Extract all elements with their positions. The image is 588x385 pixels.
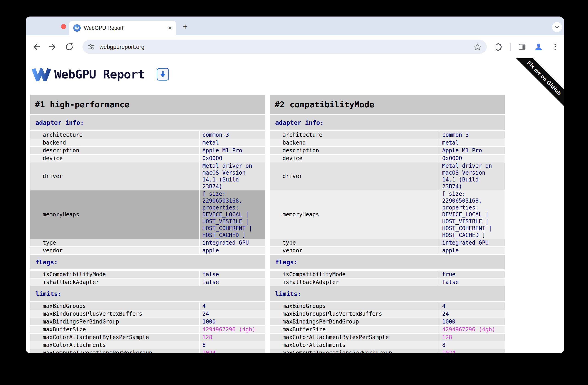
table-row: maxColorAttachmentBytesPerSample128 xyxy=(30,334,265,341)
row-key: architecture xyxy=(30,131,199,139)
row-value: 1000 xyxy=(200,318,265,325)
row-value: 4 xyxy=(439,302,505,310)
row-value: 1024 xyxy=(439,349,505,353)
table-row: architecturecommon-3 xyxy=(30,131,265,139)
row-value: 128 xyxy=(439,334,505,341)
row-key: maxBufferSize xyxy=(270,326,439,333)
table-row: device0x0000 xyxy=(30,155,265,162)
table-row: maxBindGroups4 xyxy=(270,302,505,310)
desktop-background: WebGPU Report × + xyxy=(0,0,588,385)
tab-list-chevron-button[interactable] xyxy=(552,22,562,32)
side-panel-icon xyxy=(517,42,527,52)
row-key: maxBindingsPerBindGroup xyxy=(270,318,439,325)
row-key: description xyxy=(270,147,439,154)
browser-toolbar: webgpureport.org xyxy=(26,35,564,58)
column-title: #1 high-performance xyxy=(30,95,265,114)
forward-arrow-icon xyxy=(48,42,58,52)
row-value: metal xyxy=(439,139,505,146)
table-row: driverMetal driver on macOS Version 14.1… xyxy=(30,162,265,190)
table-row: memoryHeaps[ size: 22906503168, properti… xyxy=(30,191,265,239)
row-key: backend xyxy=(270,139,439,146)
row-key: memoryHeaps xyxy=(270,191,439,239)
section-rows: architecturecommon-3backendmetaldescript… xyxy=(30,131,265,254)
row-value: Metal driver on macOS Version 14.1 (Buil… xyxy=(439,162,505,190)
row-key: maxBindingsPerBindGroup xyxy=(30,318,199,325)
row-key: maxBindGroupsPlusVertexBuffers xyxy=(270,310,439,318)
table-row: maxBindGroups4 xyxy=(30,302,265,310)
extensions-button[interactable] xyxy=(491,40,504,53)
row-key: maxBindGroups xyxy=(30,302,199,310)
bookmark-star-icon[interactable] xyxy=(473,43,482,51)
forward-button[interactable] xyxy=(46,40,59,53)
browser-tab[interactable]: WebGPU Report × xyxy=(69,21,176,35)
close-window-button[interactable] xyxy=(61,24,66,29)
row-key: driver xyxy=(270,162,439,190)
table-row: typeintegrated GPU xyxy=(270,239,505,246)
section-rows: isCompatibilityModefalseisFallbackAdapte… xyxy=(30,271,265,286)
row-key: maxComputeInvocationsPerWorkgroup xyxy=(30,349,199,353)
profile-button[interactable] xyxy=(532,40,545,53)
row-key: device xyxy=(270,155,439,162)
table-row: descriptionApple M1 Pro xyxy=(270,147,505,154)
table-row: maxComputeInvocationsPerWorkgroup1024 xyxy=(270,349,505,353)
table-row: device0x0000 xyxy=(270,155,505,162)
row-value: 24 xyxy=(200,310,265,318)
download-button[interactable] xyxy=(157,68,169,80)
tab-title: WebGPU Report xyxy=(84,25,123,31)
report-column: #1 high-performanceadapter info:architec… xyxy=(30,95,265,353)
back-button[interactable] xyxy=(30,40,43,53)
table-row: maxColorAttachments8 xyxy=(270,341,505,349)
row-key: vendor xyxy=(30,247,199,254)
row-key: vendor xyxy=(270,247,439,254)
row-key: isCompatibilityMode xyxy=(270,271,439,278)
section-header: adapter info: xyxy=(270,115,505,130)
row-value: 0x0000 xyxy=(200,155,265,162)
row-key: type xyxy=(270,239,439,246)
side-panel-button[interactable] xyxy=(516,40,528,53)
reload-icon xyxy=(64,42,74,52)
table-row: architecturecommon-3 xyxy=(270,131,505,139)
chevron-down-icon xyxy=(554,25,560,29)
new-tab-button[interactable]: + xyxy=(180,21,190,32)
section-header: flags: xyxy=(30,255,265,269)
favicon-w-mark xyxy=(75,26,79,30)
section-rows: isCompatibilityModetrueisFallbackAdapter… xyxy=(270,271,505,286)
report-columns: #1 high-performanceadapter info:architec… xyxy=(30,95,505,353)
table-row: vendorapple xyxy=(270,247,505,254)
row-key: isCompatibilityMode xyxy=(30,271,199,278)
table-row: driverMetal driver on macOS Version 14.1… xyxy=(270,162,505,190)
table-row: maxBufferSize4294967296 (4gb) xyxy=(30,326,265,333)
row-key: maxColorAttachmentBytesPerSample xyxy=(30,334,199,341)
site-settings-icon xyxy=(87,43,95,51)
table-row: descriptionApple M1 Pro xyxy=(30,147,265,154)
url-text[interactable]: webgpureport.org xyxy=(100,44,473,50)
page-title: WebGPU Report xyxy=(54,67,145,81)
row-value: apple xyxy=(200,247,265,254)
table-row: typeintegrated GPU xyxy=(30,239,265,246)
browser-menu-button[interactable] xyxy=(549,40,562,53)
section-header: limits: xyxy=(270,286,505,301)
row-value: false xyxy=(200,271,265,278)
table-row: maxComputeInvocationsPerWorkgroup1024 xyxy=(30,349,265,353)
table-row: vendorapple xyxy=(30,247,265,254)
row-key: architecture xyxy=(270,131,439,139)
table-row: isFallbackAdapterfalse xyxy=(270,279,505,286)
table-row: maxBindingsPerBindGroup1000 xyxy=(270,318,505,325)
toolbar-separator xyxy=(510,43,511,51)
section-header: limits: xyxy=(30,286,265,301)
tab-close-icon[interactable]: × xyxy=(168,24,172,31)
table-row: maxColorAttachmentBytesPerSample128 xyxy=(270,334,505,341)
row-value: common-3 xyxy=(200,131,265,139)
reload-button[interactable] xyxy=(63,40,76,53)
row-value: false xyxy=(200,279,265,286)
table-row: memoryHeaps[ size: 22906503168, properti… xyxy=(270,191,505,239)
row-value: Metal driver on macOS Version 14.1 (Buil… xyxy=(200,162,265,190)
row-value: common-3 xyxy=(439,131,505,139)
report-column: #2 compatibilityModeadapter info:archite… xyxy=(270,95,505,353)
table-row: maxBindingsPerBindGroup1000 xyxy=(30,318,265,325)
table-row: maxBindGroupsPlusVertexBuffers24 xyxy=(270,310,505,318)
row-value: apple xyxy=(439,247,505,254)
url-bar[interactable]: webgpureport.org xyxy=(83,40,487,54)
row-key: isFallbackAdapter xyxy=(270,279,439,286)
row-value: false xyxy=(439,279,505,286)
